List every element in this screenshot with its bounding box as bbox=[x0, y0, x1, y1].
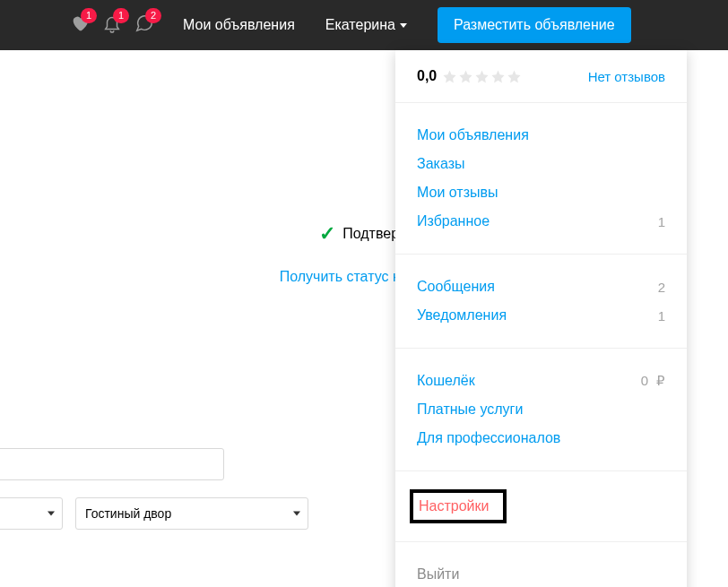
user-dropdown: 0,0 Нет отзывов Мои объявления Заказы Мо… bbox=[395, 50, 687, 587]
dd-section-money: Кошелёк0 ₽ Платные услуги Для профессион… bbox=[395, 349, 687, 471]
no-reviews-link[interactable]: Нет отзывов bbox=[588, 69, 665, 84]
dd-messages[interactable]: Сообщения2 bbox=[417, 272, 665, 301]
dd-settings-highlight: Настройки bbox=[410, 489, 507, 523]
check-icon: ✓ bbox=[319, 222, 335, 246]
favorites-badge: 1 bbox=[81, 8, 97, 23]
select-small[interactable] bbox=[0, 497, 63, 530]
dd-my-reviews[interactable]: Мои отзывы bbox=[417, 178, 665, 207]
dd-professionals[interactable]: Для профессионалов bbox=[417, 424, 665, 453]
dd-section-logout: Выйти bbox=[395, 542, 687, 587]
bell-icon[interactable]: 1 bbox=[102, 13, 122, 37]
star-icon bbox=[474, 69, 490, 84]
dd-my-ads[interactable]: Мои объявления bbox=[417, 121, 665, 150]
rating-value: 0,0 bbox=[417, 68, 437, 84]
dd-logout[interactable]: Выйти bbox=[417, 560, 665, 587]
rouble-icon: ₽ bbox=[656, 373, 665, 388]
header-icons: 1 1 2 bbox=[70, 13, 154, 37]
dd-notifications[interactable]: Уведомления1 bbox=[417, 301, 665, 330]
favorites-icon[interactable]: 1 bbox=[70, 13, 90, 37]
top-header: 1 1 2 Мои объявления Екатерина Разместит… bbox=[0, 0, 728, 50]
notifications-badge: 1 bbox=[113, 8, 129, 23]
messages-badge: 2 bbox=[145, 8, 161, 23]
dd-favorites[interactable]: Избранное1 bbox=[417, 207, 665, 236]
form-row-1 bbox=[0, 448, 224, 480]
chat-icon[interactable]: 2 bbox=[134, 13, 154, 37]
dd-section-profile: Мои объявления Заказы Мои отзывы Избранн… bbox=[395, 103, 687, 255]
chevron-down-icon bbox=[400, 23, 407, 28]
star-icon bbox=[442, 69, 457, 84]
text-input[interactable] bbox=[0, 448, 224, 480]
dd-section-settings: Настройки bbox=[395, 471, 687, 542]
star-icon bbox=[507, 69, 522, 84]
star-icon bbox=[458, 69, 473, 84]
my-ads-link[interactable]: Мои объявления bbox=[179, 12, 299, 39]
user-name: Екатерина bbox=[325, 17, 395, 33]
rating-section: 0,0 Нет отзывов bbox=[395, 50, 687, 103]
dd-paid-services[interactable]: Платные услуги bbox=[417, 395, 665, 424]
dd-wallet[interactable]: Кошелёк0 ₽ bbox=[417, 367, 665, 395]
rating-stars bbox=[442, 69, 522, 84]
dd-orders[interactable]: Заказы bbox=[417, 150, 665, 178]
post-ad-button[interactable]: Разместить объявление bbox=[438, 7, 631, 43]
star-icon bbox=[490, 69, 506, 84]
select-metro[interactable]: Гостиный двор bbox=[75, 497, 308, 530]
user-menu-toggle[interactable]: Екатерина bbox=[325, 17, 407, 33]
dd-section-messaging: Сообщения2 Уведомления1 bbox=[395, 255, 687, 349]
dd-settings[interactable]: Настройки bbox=[419, 498, 489, 514]
form-row-2: Гостиный двор bbox=[0, 497, 308, 530]
